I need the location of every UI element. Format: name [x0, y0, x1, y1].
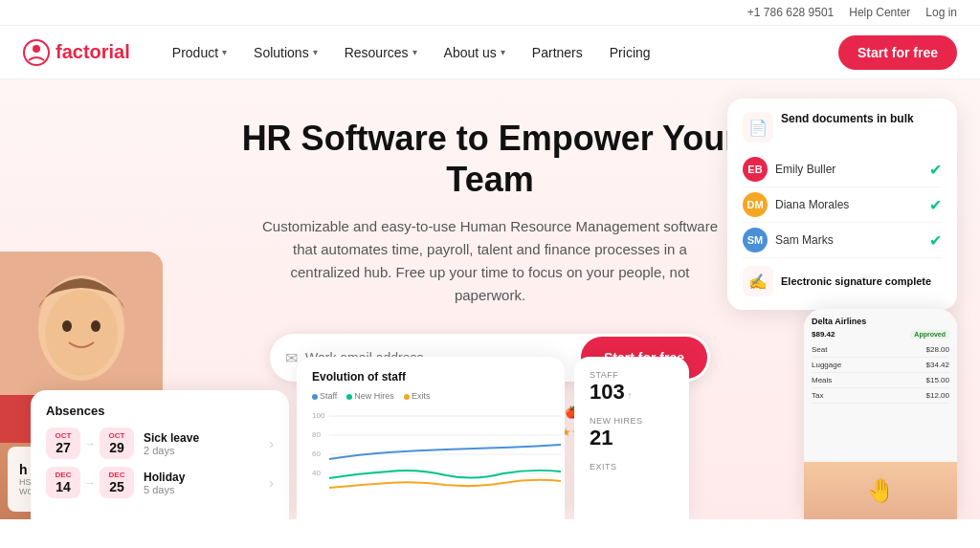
- evolution-chart: 100 80 60 40: [312, 406, 561, 502]
- person-row-3: SM Sam Marks ✔: [743, 223, 942, 258]
- svg-text:60: 60: [312, 449, 321, 458]
- chevron-down-icon: ▾: [412, 47, 417, 57]
- mobile-screen: Delta Airlines $89.42 Approved Seat $28.…: [804, 309, 957, 462]
- absence-duration-2: 5 days: [144, 484, 259, 495]
- check-icon-2: ✔: [929, 196, 942, 214]
- svg-point-5: [62, 320, 72, 332]
- start-for-free-button[interactable]: Start for free: [838, 35, 957, 70]
- help-center-link[interactable]: Help Center: [849, 6, 910, 19]
- nav-product[interactable]: Product ▾: [161, 37, 238, 68]
- mobile-status: Approved: [910, 330, 949, 339]
- svg-point-6: [91, 320, 100, 332]
- check-icon-1: ✔: [929, 161, 942, 179]
- mobile-app-card: Delta Airlines $89.42 Approved Seat $28.…: [804, 309, 957, 519]
- hero-section: HR Software to Empower Your Team Customi…: [0, 79, 980, 519]
- documents-panel: 📄 Send documents in bulk EB Emily Buller…: [727, 99, 957, 310]
- hand-illustration: 🤚: [804, 462, 957, 519]
- staff-value: 103: [590, 380, 625, 404]
- svg-text:100: 100: [312, 411, 325, 420]
- svg-point-4: [45, 290, 118, 376]
- chevron-down-icon: ▾: [313, 47, 318, 57]
- document-icon: 📄: [743, 112, 773, 142]
- nav-items: Product ▾ Solutions ▾ Resources ▾ About …: [161, 37, 838, 68]
- exits-label: EXITS: [590, 462, 674, 471]
- absence-type-1: Sick leave: [144, 431, 259, 445]
- avatar-diana: DM: [743, 192, 768, 217]
- person-row-1: EB Emily Buller ✔: [743, 152, 942, 187]
- logo-text: factorial: [56, 41, 130, 63]
- mobile-amount: $89.42: [812, 330, 835, 339]
- absence-duration-1: 2 days: [144, 445, 259, 456]
- person-name-3: Sam Marks: [775, 233, 922, 247]
- evolution-legend: Staff New Hires Exits: [312, 391, 549, 401]
- navbar: factorial Product ▾ Solutions ▾ Resource…: [0, 26, 980, 79]
- absence-dates-1: OCT 27 → OCT 29: [46, 427, 134, 459]
- person-name-2: Diana Morales: [775, 198, 922, 211]
- nav-resources[interactable]: Resources ▾: [333, 37, 429, 68]
- mobile-row-2: Luggage $34.42: [812, 358, 949, 373]
- top-bar: +1 786 628 9501 Help Center Log in: [0, 0, 980, 26]
- mobile-row-4: Tax $12.00: [812, 388, 949, 404]
- arrow-icon: →: [84, 437, 96, 450]
- chevron-down-icon: ▾: [501, 47, 505, 57]
- nav-solutions[interactable]: Solutions ▾: [242, 37, 329, 68]
- new-hires-label: NEW HIRES: [590, 416, 674, 426]
- new-hires-value: 21: [590, 426, 674, 450]
- new-hires-metric: NEW HIRES 21: [590, 416, 674, 450]
- svg-text:40: 40: [312, 469, 321, 477]
- navigate-icon-2[interactable]: ›: [269, 475, 274, 491]
- end-date-1: OCT 29: [100, 427, 134, 459]
- absences-title: Absences: [46, 404, 274, 418]
- absence-row-2: DEC 14 → DEC 25 Holiday 5 days ›: [46, 467, 274, 498]
- nav-partners[interactable]: Partners: [521, 37, 594, 68]
- svg-point-1: [33, 45, 40, 53]
- logo[interactable]: factorial: [23, 39, 130, 66]
- staff-stats-card: STAFF 103 ↑ NEW HIRES 21 EXITS: [574, 357, 689, 519]
- svg-text:80: 80: [312, 430, 321, 439]
- exits-metric: EXITS: [590, 462, 674, 471]
- person-name-1: Emily Buller: [775, 163, 922, 176]
- signature-row: ✍ Electronic signature complete: [743, 258, 942, 296]
- nav-about[interactable]: About us ▾: [433, 37, 517, 68]
- absence-type-2: Holiday: [144, 471, 259, 484]
- person-row-2: DM Diana Morales ✔: [743, 187, 942, 223]
- absence-dates-2: DEC 14 → DEC 25: [46, 467, 134, 498]
- avatar-sam: SM: [743, 228, 768, 252]
- start-date-1: OCT 27: [46, 427, 80, 459]
- hero-subtitle: Customizable and easy-to-use Human Resou…: [260, 215, 720, 307]
- start-date-2: DEC 14: [46, 467, 80, 498]
- staff-metric: STAFF 103 ↑: [590, 370, 674, 405]
- mobile-row-1: Seat $28.00: [812, 342, 949, 358]
- evolution-card: Evolution of staff Staff New Hires Exits…: [297, 357, 565, 519]
- logo-icon: [23, 39, 50, 66]
- absences-card: Absences OCT 27 → OCT 29 Sick leave 2 da…: [31, 390, 289, 519]
- check-icon-3: ✔: [929, 231, 942, 250]
- signature-icon: ✍: [743, 266, 773, 296]
- arrow-icon: →: [84, 476, 96, 490]
- mobile-company: Delta Airlines: [812, 317, 949, 326]
- email-icon: ✉: [285, 349, 298, 367]
- navigate-icon[interactable]: ›: [269, 436, 274, 451]
- chevron-down-icon: ▾: [222, 47, 227, 57]
- evolution-title: Evolution of staff: [312, 370, 549, 384]
- absence-row-1: OCT 27 → OCT 29 Sick leave 2 days ›: [46, 427, 274, 459]
- avatar-emily: EB: [743, 157, 768, 182]
- nav-pricing[interactable]: Pricing: [598, 37, 662, 68]
- documents-title: Send documents in bulk: [781, 112, 914, 127]
- signature-text: Electronic signature complete: [781, 274, 931, 288]
- login-link[interactable]: Log in: [925, 6, 957, 19]
- end-date-2: DEC 25: [100, 467, 134, 498]
- hero-title: HR Software to Empower Your Team: [203, 118, 777, 200]
- phone-number: +1 786 628 9501: [747, 6, 834, 19]
- mobile-row-3: Meals $15.00: [812, 373, 949, 388]
- staff-label: STAFF: [590, 370, 674, 380]
